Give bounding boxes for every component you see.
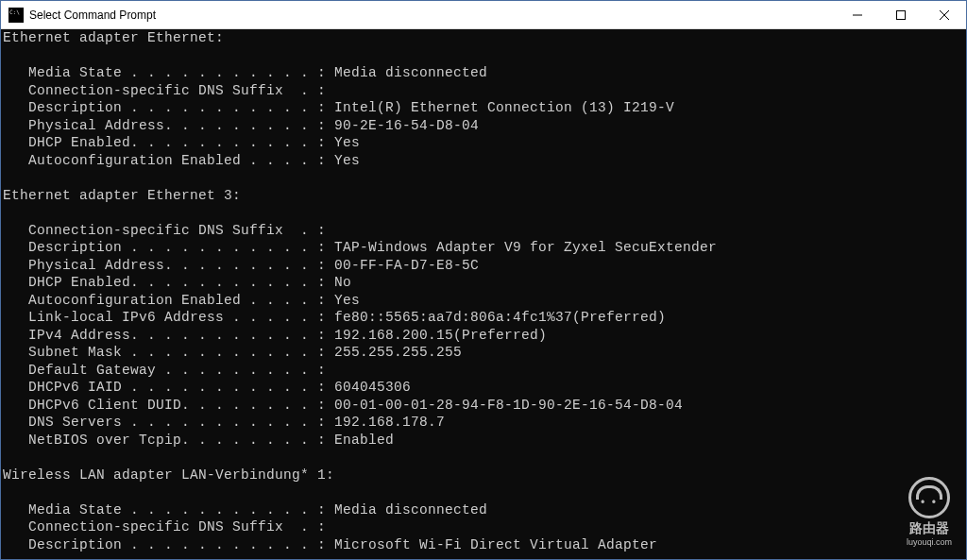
watermark-title: 路由器 [907, 520, 952, 537]
router-icon [908, 477, 950, 518]
cmd-icon [8, 8, 24, 23]
command-prompt-window: Select Command Prompt Ethernet adapter E… [0, 0, 967, 560]
minimize-button[interactable] [836, 1, 879, 28]
svg-rect-0 [897, 10, 906, 19]
watermark-logo: 路由器 luyouqi.com [907, 477, 952, 547]
maximize-button[interactable] [879, 1, 923, 28]
terminal-output[interactable]: Ethernet adapter Ethernet: Media State .… [1, 29, 966, 559]
watermark-subtitle: luyouqi.com [907, 537, 952, 547]
close-button[interactable] [923, 1, 966, 28]
window-controls [836, 1, 966, 28]
titlebar[interactable]: Select Command Prompt [1, 1, 966, 29]
window-title: Select Command Prompt [29, 8, 836, 22]
